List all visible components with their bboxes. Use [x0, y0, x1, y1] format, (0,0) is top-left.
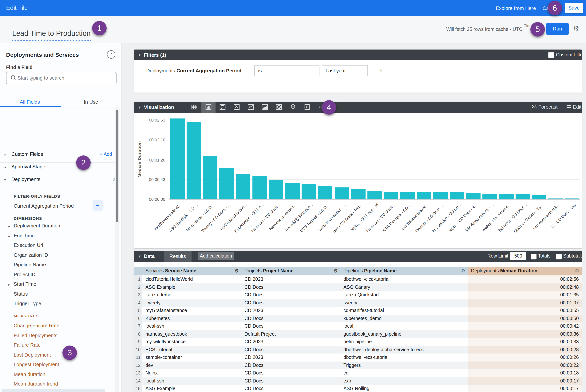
chart-bar[interactable]: [548, 198, 563, 199]
caret-down-icon[interactable]: ▾: [4, 178, 6, 182]
dimension-status[interactable]: Status: [14, 291, 28, 296]
filter-operator-select[interactable]: is: [254, 65, 319, 76]
dimension-project-id[interactable]: Project ID: [14, 272, 35, 277]
measure-longest-deployment[interactable]: Longest Deployment: [14, 362, 59, 367]
column-gear-icon[interactable]: ⚙: [235, 267, 239, 276]
chart-bar[interactable]: [318, 186, 333, 199]
viz-type-line-button[interactable]: [244, 102, 258, 113]
filter-value-input[interactable]: Last year: [322, 65, 368, 76]
dimension-organization-id[interactable]: Organization ID: [14, 252, 48, 258]
chart-bar[interactable]: [367, 191, 382, 199]
forecast-button[interactable]: Forecast: [532, 104, 558, 110]
column-header-pipeline-name[interactable]: Pipelines Pipeline Name: [340, 267, 468, 276]
caret-right-icon[interactable]: ▸: [8, 234, 10, 238]
column-header-project-name[interactable]: Projects Project Name: [241, 267, 341, 276]
cell-service: ASG Example: [142, 283, 242, 292]
sidebar-scrollbar-thumb[interactable]: [116, 110, 118, 222]
viz-type-single-value-button[interactable]: 6: [300, 102, 314, 113]
column-gear-icon[interactable]: ⚙: [461, 267, 465, 276]
chart-bar[interactable]: [516, 194, 530, 199]
tab-results[interactable]: Results: [164, 251, 191, 262]
tab-in-use[interactable]: In Use: [84, 99, 98, 105]
totals-checkbox[interactable]: [531, 254, 537, 260]
chart-bar[interactable]: [236, 174, 250, 199]
chart-bar[interactable]: [187, 122, 201, 199]
chart-bar[interactable]: [532, 195, 547, 199]
chart-bar[interactable]: [252, 176, 267, 199]
caret-right-icon[interactable]: ▸: [4, 165, 6, 169]
tile-title-editable[interactable]: Lead Time to Production: [12, 29, 91, 41]
row-limit-input[interactable]: 500: [510, 252, 526, 260]
dimension-execution-url[interactable]: Execution Url: [14, 242, 43, 248]
measure-last-deployment[interactable]: Last Deployment: [14, 352, 51, 358]
sidebar-group-custom-fields[interactable]: Custom Fields: [11, 151, 43, 157]
add-calculation-button[interactable]: Add calculation: [198, 252, 234, 260]
sidebar-group-approval-stage[interactable]: Approval Stage: [11, 164, 45, 170]
chart-bar[interactable]: [351, 189, 366, 199]
filters-header-bar[interactable]: ▼ Filters (1) Custom Filter: [134, 50, 582, 60]
add-custom-field-button[interactable]: + Add: [100, 152, 112, 157]
chart-bar[interactable]: [400, 192, 415, 199]
measure-median-duration[interactable]: Median Duration: [14, 391, 52, 392]
chart-bar[interactable]: [450, 192, 464, 199]
chart-bar[interactable]: [219, 168, 234, 199]
viz-type-scatter-button[interactable]: [230, 102, 244, 113]
explore-from-here-link[interactable]: Explore from Here: [496, 5, 536, 11]
caret-right-icon[interactable]: ▸: [8, 224, 10, 228]
viz-type-column-button[interactable]: [201, 102, 215, 113]
dimension-deployment-duration[interactable]: Deployment Duration: [14, 223, 60, 228]
edit-viz-button[interactable]: Edit: [566, 104, 582, 110]
query-settings-gear-icon[interactable]: ⚙: [573, 25, 579, 32]
measure-failure-rate[interactable]: Failure Rate: [14, 342, 41, 348]
tabs-divider: [0, 107, 121, 108]
chart-bar[interactable]: [483, 194, 497, 199]
subtotals-checkbox[interactable]: [556, 254, 562, 260]
viz-type-map-button[interactable]: [286, 102, 300, 113]
chart-bar[interactable]: [302, 184, 316, 199]
chart-bar[interactable]: [417, 192, 431, 199]
custom-filter-checkbox[interactable]: [548, 52, 554, 58]
viz-column-icon: [205, 104, 212, 110]
dimension-start-time[interactable]: Start Time: [14, 281, 36, 287]
chart-bar[interactable]: [170, 119, 184, 199]
column-gear-icon[interactable]: ⚙: [575, 267, 579, 276]
dimension-trigger-type[interactable]: Trigger Type: [14, 300, 41, 306]
row-number: 11: [134, 354, 143, 361]
measure-change-failure-rate[interactable]: Change Failure Rate: [14, 323, 59, 328]
field-current-aggregation-period[interactable]: Current Aggregation Period: [14, 203, 74, 209]
run-button[interactable]: Run: [546, 23, 569, 35]
remove-filter-icon[interactable]: ×: [379, 67, 383, 74]
column-header-service-name[interactable]: Services Service Name: [142, 267, 242, 276]
chart-bar[interactable]: [466, 193, 481, 199]
dimension-end-time[interactable]: End Time: [14, 232, 35, 238]
column-header-median-duration[interactable]: Deployments Median Duration ↓: [468, 267, 582, 276]
measure-mean-duration[interactable]: Mean duration: [14, 371, 45, 377]
chart-bar[interactable]: [384, 192, 398, 199]
chart-bar[interactable]: [565, 198, 579, 199]
collapse-sidebar-icon[interactable]: ‹: [107, 50, 115, 59]
chart-bar[interactable]: [433, 192, 448, 199]
chart-bar[interactable]: [285, 183, 300, 199]
viz-type-bar-button[interactable]: [215, 102, 230, 113]
viz-type-pie-button[interactable]: [272, 102, 286, 113]
filter-toggle-button[interactable]: [92, 200, 103, 211]
chart-bar[interactable]: [203, 156, 217, 199]
dimension-pipeline-name[interactable]: Pipeline Name: [14, 262, 46, 268]
column-gear-icon[interactable]: ⚙: [334, 267, 338, 276]
caret-right-icon[interactable]: ▸: [8, 283, 10, 286]
viz-type-area-button[interactable]: [258, 102, 272, 113]
chart-bar[interactable]: [499, 194, 514, 199]
timezone-label[interactable]: Tim: [524, 23, 531, 28]
column-field-name: Pipeline Name: [364, 268, 397, 274]
caret-right-icon[interactable]: ▸: [4, 153, 6, 156]
save-button[interactable]: Save: [565, 3, 583, 13]
chart-bar[interactable]: [335, 187, 349, 199]
measure-mean-duration-trend[interactable]: Mean duration trend: [14, 381, 58, 387]
chart-bar[interactable]: [269, 180, 283, 199]
viz-type-table-button[interactable]: [187, 102, 201, 113]
tab-all-fields[interactable]: All Fields: [20, 99, 40, 105]
cell-pipeline: exp: [340, 377, 468, 385]
measure-failed-deployments[interactable]: Failed Deployments: [14, 332, 57, 338]
forecast-icon: [532, 104, 537, 109]
sidebar-group-deployments[interactable]: Deployments: [11, 176, 40, 182]
